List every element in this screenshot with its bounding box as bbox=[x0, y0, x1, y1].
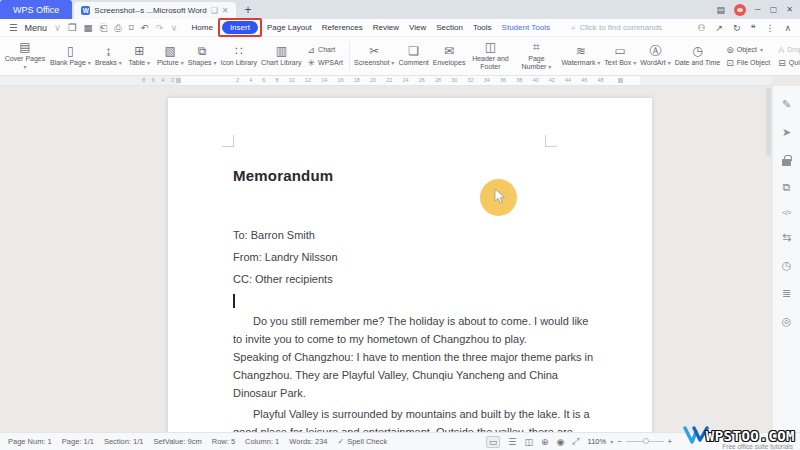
undo-icon[interactable]: ↶ bbox=[141, 22, 149, 33]
icon-library-icon: ∷ bbox=[235, 45, 243, 58]
body-line: to invite you to come to my hometown of … bbox=[233, 330, 610, 348]
quick-parts-button[interactable]: ⊟Quick Parts ▾ bbox=[778, 59, 800, 67]
navigation-pane-icon[interactable]: ≣ bbox=[782, 287, 791, 300]
picture-button[interactable]: ▧ Picture ▾ bbox=[155, 45, 186, 67]
tab-home[interactable]: Home bbox=[187, 21, 218, 34]
zoom-in-button[interactable]: + bbox=[668, 437, 672, 446]
redo-icon[interactable]: ↷ bbox=[156, 22, 164, 33]
feedback-icon[interactable]: ❝ bbox=[751, 23, 756, 33]
body-line: Changzhou. They are Playful Valley, Chun… bbox=[233, 366, 610, 384]
open-file-icon[interactable]: ❐ bbox=[68, 22, 77, 33]
save-icon[interactable]: ▦ bbox=[84, 22, 93, 33]
dropdown-caret-icon: ▾ bbox=[610, 438, 613, 445]
text-box-button[interactable]: ▭ Text Box ▾ bbox=[602, 45, 638, 67]
zoom-slider-knob[interactable] bbox=[643, 438, 649, 444]
zoom-out-button[interactable]: − bbox=[617, 437, 621, 446]
document-page[interactable]: Memorandum To: Barron Smith From: Landry… bbox=[168, 98, 652, 432]
chart-library-icon: ▥ bbox=[276, 45, 287, 58]
wps-office-button[interactable]: WPS Office bbox=[0, 0, 72, 19]
file-object-button[interactable]: ⊡File Object bbox=[726, 59, 770, 67]
lock-icon[interactable] bbox=[782, 159, 791, 166]
spell-check-button[interactable]: ✓ Spell Check bbox=[337, 437, 387, 446]
vertical-scrollbar[interactable] bbox=[766, 88, 771, 156]
avatar[interactable] bbox=[734, 4, 746, 16]
dropdown-caret-icon: ▾ bbox=[668, 60, 671, 66]
drop-cap-icon: A bbox=[778, 46, 784, 54]
maximize-button[interactable]: ▢ bbox=[770, 5, 778, 14]
comment-button[interactable]: ❏ Comment bbox=[396, 45, 430, 67]
shapes-button[interactable]: ⧉ Shapes ▾ bbox=[186, 45, 219, 67]
profile-card-icon[interactable]: ▤ bbox=[717, 5, 726, 15]
object-button[interactable]: ⊚Object ▾ bbox=[726, 46, 770, 54]
dropdown-caret-icon: ▾ bbox=[213, 60, 216, 66]
menu-chevron-icon[interactable]: ∨ bbox=[54, 22, 61, 33]
document-workspace: Memorandum To: Barron Smith From: Landry… bbox=[0, 86, 772, 432]
web-view-button[interactable]: ⊕ bbox=[541, 437, 549, 447]
read-view-button[interactable]: ◫ bbox=[524, 437, 533, 447]
right-indent-marker[interactable] bbox=[618, 78, 623, 83]
left-indent-marker[interactable] bbox=[176, 78, 181, 83]
screenshot-button[interactable]: ✂ Screenshot ▾ bbox=[352, 45, 396, 67]
page-number-button[interactable]: ⌗ Page Number ▾ bbox=[513, 41, 559, 71]
fit-page-icon[interactable]: ⤢ bbox=[572, 436, 579, 447]
document-title: Memorandum bbox=[233, 167, 652, 184]
document-tab[interactable]: W Screenshot--s ...Microsoft Word ❏ ✕ bbox=[74, 2, 235, 19]
icon-library-button[interactable]: ∷ Icon Library bbox=[219, 45, 260, 67]
horizontal-ruler[interactable]: 8 6 4 2 2 4 6 8 10 12 14 16 18 20 22 24 … bbox=[0, 76, 772, 86]
envelopes-button[interactable]: ✉ Envelopes bbox=[431, 45, 468, 67]
page-view-button[interactable]: ▭ bbox=[486, 436, 501, 448]
close-button[interactable]: ✕ bbox=[786, 5, 793, 14]
command-search[interactable]: ⌕ Click to find commands bbox=[571, 23, 662, 33]
tab-tools[interactable]: Tools bbox=[468, 21, 497, 34]
chart-button[interactable]: ⊿Chart bbox=[308, 46, 343, 54]
invite-user-icon[interactable]: ⚇ bbox=[697, 23, 705, 33]
more-options-icon[interactable]: ⋮ bbox=[765, 23, 774, 33]
blank-page-button[interactable]: ▯ Blank Page ▾ bbox=[48, 45, 93, 67]
edit-pen-icon[interactable]: ✎ bbox=[782, 98, 791, 111]
tab-insert[interactable]: Insert bbox=[222, 21, 258, 34]
chart-icon: ⊿ bbox=[308, 46, 316, 54]
new-tab-button[interactable]: + bbox=[245, 3, 252, 17]
tab-section[interactable]: Section bbox=[431, 21, 468, 34]
export-icon[interactable]: ⎗ bbox=[100, 22, 108, 34]
tab-page-layout[interactable]: Page Layout bbox=[262, 21, 317, 34]
insert-ribbon: ▤ Cover Pages ▾ ▯ Blank Page ▾ ↨ Breaks … bbox=[0, 37, 800, 76]
breaks-button[interactable]: ↨ Breaks ▾ bbox=[93, 45, 124, 67]
tab-view[interactable]: View bbox=[404, 21, 431, 34]
quickbar-more-icon[interactable]: ∨ bbox=[171, 22, 178, 33]
wpsart-button[interactable]: ✳WPSArt bbox=[308, 59, 343, 67]
tab-student-tools[interactable]: Student Tools bbox=[497, 21, 555, 34]
globe-icon[interactable]: ◎ bbox=[782, 315, 792, 328]
hamburger-menu-icon[interactable]: ☰ bbox=[9, 22, 18, 33]
doc-tab-panel-icon[interactable]: ❏ bbox=[211, 6, 218, 15]
chart-library-button[interactable]: ▥ Chart Library bbox=[259, 45, 303, 67]
minimize-button[interactable]: ─ bbox=[755, 5, 761, 14]
search-icon: ⌕ bbox=[571, 23, 575, 33]
code-icon[interactable]: </> bbox=[782, 209, 791, 216]
watermark-button[interactable]: ≋ Watermark ▾ bbox=[559, 45, 602, 67]
print-preview-icon[interactable]: ⌑ bbox=[129, 22, 134, 33]
eye-protection-button[interactable]: ◉ bbox=[557, 437, 565, 447]
tab-references[interactable]: References bbox=[317, 21, 368, 34]
spell-check-icon: ✓ bbox=[337, 437, 344, 446]
cover-pages-button[interactable]: ▤ Cover Pages ▾ bbox=[2, 41, 48, 71]
tab-review[interactable]: Review bbox=[368, 21, 404, 34]
print-icon[interactable]: ⎙ bbox=[114, 22, 122, 34]
zoom-level[interactable]: 110% bbox=[588, 437, 607, 446]
tune-icon[interactable]: ⇆ bbox=[782, 231, 791, 244]
menu-button[interactable]: Menu bbox=[25, 23, 48, 33]
picture-icon: ▧ bbox=[165, 45, 176, 58]
sync-icon[interactable]: ↻ bbox=[733, 23, 741, 33]
share-icon[interactable]: ↗ bbox=[715, 23, 723, 33]
table-button[interactable]: ⊞ Table ▾ bbox=[124, 45, 155, 67]
doc-tab-close-icon[interactable]: ✕ bbox=[222, 6, 229, 15]
wordart-button[interactable]: Ⓐ WordArt ▾ bbox=[638, 45, 673, 67]
date-time-button[interactable]: ◷ Date and Time bbox=[673, 45, 723, 67]
select-cursor-icon[interactable]: ➤ bbox=[782, 126, 791, 139]
outline-view-button[interactable]: ☰ bbox=[508, 437, 516, 447]
stamp-icon[interactable]: ⧉ bbox=[783, 181, 791, 194]
collapse-ribbon-icon[interactable]: ∧ bbox=[784, 23, 791, 33]
zoom-slider[interactable] bbox=[626, 441, 664, 442]
history-clock-icon[interactable]: ◷ bbox=[782, 259, 792, 272]
header-footer-button[interactable]: ◫ Header and Footer bbox=[467, 41, 513, 71]
